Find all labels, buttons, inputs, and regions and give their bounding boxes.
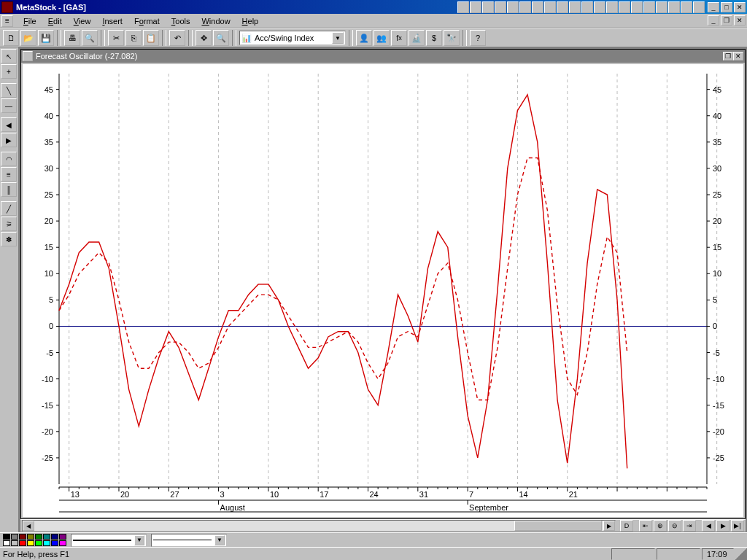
help-button[interactable]: ? [470,30,486,46]
chevron-down-icon[interactable]: ▼ [332,32,344,44]
dollar-button[interactable]: $ [426,30,442,46]
open-button[interactable]: 📂 [20,30,36,46]
save-button[interactable]: 💾 [38,30,54,46]
tray-icon[interactable] [656,1,667,13]
tray-icon[interactable] [619,1,630,13]
color-swatch[interactable] [59,540,66,546]
mdi-minimize-button[interactable]: _ [708,15,719,26]
print-button[interactable]: 🖶 [64,30,80,46]
tray-icon[interactable] [470,1,481,13]
line-style-select[interactable]: ▼ [71,534,147,547]
color-swatch[interactable] [19,540,26,546]
chart-close-button[interactable]: ✕ [733,52,743,61]
trendline-tool[interactable]: ╲ [1,83,17,98]
arrow-right-tool[interactable]: ▶ [1,133,17,147]
nav-d-button[interactable]: D [620,520,633,532]
resize-grip-icon[interactable] [735,548,747,560]
minimize-button[interactable]: _ [708,2,719,12]
mdi-close-button[interactable]: ✕ [734,15,746,26]
color-swatch[interactable] [59,534,66,540]
tray-icon[interactable] [643,1,655,13]
color-swatch[interactable] [11,540,18,546]
copy-button[interactable]: ⎘ [125,30,142,46]
regression-tool[interactable]: ╱ [1,201,17,216]
crosshair-button[interactable]: ✥ [196,30,212,46]
cut-button[interactable]: ✂ [108,30,124,46]
plot-area[interactable]: -25-25-20-20-15-15-10-10-5-5005510101515… [23,64,743,517]
nav-zoomout-button[interactable]: ⊖ [668,520,681,532]
menu-tools[interactable]: Tools [166,15,196,27]
hline-tool[interactable]: — [1,98,17,113]
scroll-thumb[interactable] [514,521,602,531]
scroll-right-icon[interactable]: ▶ [603,521,615,531]
mdi-sysmenu-icon[interactable]: ≡ [1,15,13,27]
menu-edit[interactable]: Edit [42,15,68,27]
text-tool[interactable]: ✽ [1,232,17,246]
zoom-button[interactable]: 🔍 [213,30,229,46]
tray-icon[interactable] [507,1,519,13]
color-swatch[interactable] [27,534,34,540]
color-swatch[interactable] [11,534,18,540]
arrow-left-tool[interactable]: ◀ [1,117,17,132]
tray-icon[interactable] [594,1,605,13]
menu-file[interactable]: File [18,15,42,27]
microscope-button[interactable]: 🔬 [409,30,425,46]
chart-maximize-button[interactable]: ❐ [723,52,733,61]
maximize-button[interactable]: □ [721,2,732,12]
paste-button[interactable]: 📋 [143,30,159,46]
color-swatch[interactable] [35,534,42,540]
color-swatch[interactable] [51,540,58,546]
color-swatch[interactable] [3,534,10,540]
menu-format[interactable]: Format [128,15,166,27]
tray-icon[interactable] [532,1,543,13]
hscroll[interactable]: ◀ ▶ [22,520,616,532]
fx-button[interactable]: fx [391,30,407,46]
nav-zoomin-button[interactable]: ⊕ [654,520,667,532]
pointer-tool[interactable]: ↖ [1,49,17,63]
arc-tool[interactable]: ◠ [1,152,17,166]
menu-insert[interactable]: Insert [96,15,128,27]
tray-icon[interactable] [631,1,643,13]
chart-sysmenu-icon[interactable] [23,51,33,61]
fan-tool[interactable]: ⚞ [1,217,17,231]
mdi-restore-button[interactable]: ❐ [721,15,732,26]
tray-icon[interactable] [581,1,593,13]
color-swatch[interactable] [27,540,34,546]
color-swatch[interactable] [3,540,10,546]
color-swatch[interactable] [43,540,50,546]
binoculars-button[interactable]: 🔭 [444,30,460,46]
new-button[interactable]: 🗋 [3,30,19,46]
color-swatch[interactable] [19,534,26,540]
gann-tool[interactable]: ≡ [1,167,17,182]
indicator-select[interactable]: 📊 Acc/Swing Index ▼ [239,31,346,45]
scroll-left-icon[interactable]: ◀ [23,521,34,531]
tray-icon[interactable] [569,1,581,13]
tray-icon[interactable] [557,1,568,13]
menu-window[interactable]: Window [196,15,236,27]
color-palette[interactable] [3,534,66,546]
advisor-button[interactable]: 👥 [374,30,390,46]
tray-icon[interactable] [482,1,494,13]
tray-icon[interactable] [681,1,692,13]
nav-end-button[interactable]: ▶| [731,520,744,532]
nav-first-button[interactable]: ◀ [702,520,715,532]
menu-help[interactable]: Help [236,15,265,27]
nav-compress-button[interactable]: ⇤ [639,520,652,532]
nav-last-button[interactable]: ▶ [716,520,729,532]
print-preview-button[interactable]: 🔍 [82,30,98,46]
close-button[interactable]: ✕ [734,2,746,12]
tray-icon[interactable] [606,1,618,13]
fib-tool[interactable]: ║ [1,182,17,197]
expert-button[interactable]: 👤 [356,30,372,46]
tray-icon[interactable] [495,1,506,13]
color-swatch[interactable] [43,534,50,540]
tray-icon[interactable] [457,1,469,13]
menu-view[interactable]: View [68,15,97,27]
undo-button[interactable]: ↶ [169,30,185,46]
tray-icon[interactable] [668,1,680,13]
chevron-down-icon[interactable]: ▼ [214,535,225,545]
nav-expand-button[interactable]: ⇥ [683,520,696,532]
line-weight-select[interactable]: ▼ [151,534,227,547]
chevron-down-icon[interactable]: ▼ [134,535,144,545]
color-swatch[interactable] [35,540,42,546]
